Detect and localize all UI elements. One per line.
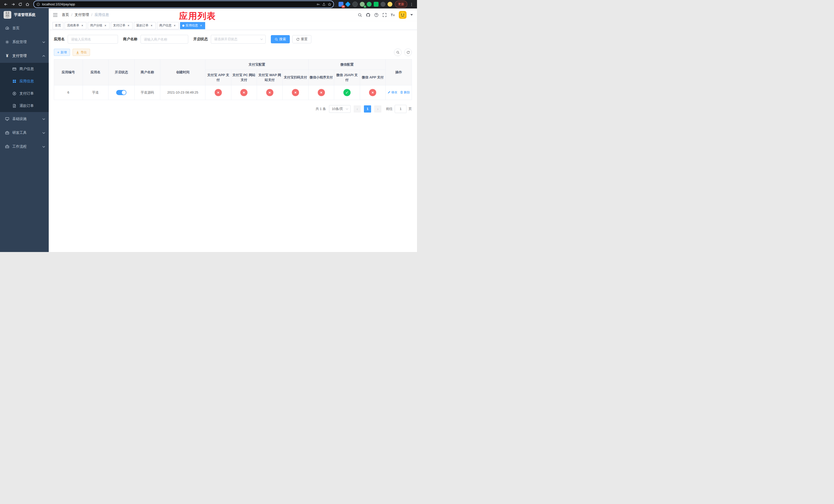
share-icon[interactable] — [322, 3, 326, 6]
page-content: 应用名 商户名称 开启状态 请选择开启状态 — [49, 30, 417, 252]
next-page-button[interactable]: › — [374, 105, 381, 113]
plus-icon: + — [57, 50, 59, 54]
toggle-search-button[interactable] — [394, 48, 402, 56]
status-flag-icon: × — [266, 89, 273, 96]
page-size-select[interactable]: 10条/页 — [329, 105, 351, 113]
grid-icon — [12, 79, 16, 83]
close-icon[interactable]: × — [104, 24, 107, 27]
tab-pay-order[interactable]: 支付订单× — [111, 22, 133, 29]
breadcrumb: 首页 / 支付管理 / 应用信息 — [62, 13, 109, 17]
cell-created: 2021-10-23 08:49:25 — [160, 85, 205, 100]
sidebar-item-home[interactable]: 首页 — [0, 21, 49, 35]
breadcrumb-separator: / — [91, 13, 92, 17]
pay-order-icon — [12, 92, 16, 96]
close-icon[interactable]: × — [173, 24, 176, 27]
github-icon[interactable] — [366, 13, 370, 17]
tags-view: 首页 流程表单× 用户分组× 支付订单× 退款订单× 商户信息× 应用信息× — [49, 21, 417, 30]
site-info-icon[interactable] — [37, 3, 40, 6]
breadcrumb-home[interactable]: 首页 — [62, 13, 69, 17]
sidebar-logo[interactable]: 芋道管理系统 — [0, 8, 49, 21]
gear-icon — [5, 40, 9, 44]
sidebar-item-label: 退款订单 — [20, 104, 34, 108]
extension-icon-7[interactable] — [380, 2, 386, 7]
status-toggle[interactable] — [116, 90, 127, 95]
sidebar: 芋道管理系统 首页 系统管理 ¥ 支付管理 — [0, 8, 49, 252]
sidebar-item-dev-tools[interactable]: 研发工具 — [0, 126, 49, 140]
close-icon[interactable]: × — [127, 24, 130, 27]
sidebar-item-system[interactable]: 系统管理 — [0, 35, 49, 49]
user-avatar[interactable] — [399, 11, 407, 19]
help-icon[interactable] — [374, 13, 378, 17]
extension-icon-6[interactable] — [374, 2, 378, 7]
search-icon[interactable] — [358, 13, 362, 17]
group-header-alipay: 支付宝配置 — [205, 60, 308, 70]
close-icon[interactable]: × — [199, 24, 203, 27]
tab-process-form[interactable]: 流程表单× — [65, 22, 86, 29]
cell-wechat-app: × — [360, 85, 386, 100]
sidebar-item-workflow[interactable]: 工作流程 — [0, 140, 49, 154]
search-button[interactable]: 搜索 — [271, 35, 290, 43]
sidebar-item-app-info[interactable]: 应用信息 — [0, 75, 49, 87]
goto-label: 前往 — [386, 107, 393, 111]
address-bar[interactable]: localhost:1024/pay/app — [33, 1, 334, 8]
tab-user-group[interactable]: 用户分组× — [88, 22, 110, 29]
download-icon — [76, 51, 79, 54]
page-root: localhost:1024/pay/app 10 1 — [0, 0, 417, 252]
browser-reload-button[interactable] — [17, 1, 24, 8]
sidebar-item-label: 工作流程 — [12, 144, 27, 149]
add-button[interactable]: + 新增 — [54, 49, 70, 56]
emoji-extension-icon[interactable] — [388, 2, 392, 7]
page-number-button[interactable]: 1 — [364, 105, 371, 113]
status-label: 开启状态 — [193, 37, 208, 42]
bookmark-star-icon[interactable] — [328, 3, 331, 6]
browser-update-button[interactable]: 更新 — [395, 1, 407, 8]
prev-page-button[interactable]: ‹ — [354, 105, 361, 113]
tab-refund-order[interactable]: 退款订单× — [134, 22, 156, 29]
col-header-alipay-app: 支付宝 APP 支付 — [205, 70, 231, 85]
goto-page-input[interactable] — [395, 105, 407, 113]
delete-link[interactable]: 删除 — [400, 90, 410, 95]
sidebar-item-infrastructure[interactable]: 基础设施 — [0, 112, 49, 126]
tab-home[interactable]: 首页 — [52, 22, 63, 29]
edit-link[interactable]: 修改 — [388, 90, 397, 95]
password-key-icon[interactable] — [316, 3, 320, 6]
browser-home-button[interactable] — [24, 1, 31, 8]
search-icon — [275, 38, 278, 41]
sidebar-item-refund-order[interactable]: 退款订单 — [0, 100, 49, 112]
extension-icon-1[interactable]: 10 — [338, 2, 344, 7]
tab-label: 流程表单 — [67, 23, 79, 28]
sidebar-item-payment[interactable]: ¥ 支付管理 — [0, 49, 49, 63]
monitor-icon — [5, 117, 9, 121]
tab-app-info[interactable]: 应用信息× — [180, 22, 205, 29]
url-text[interactable]: localhost:1024/pay/app — [42, 3, 314, 6]
caret-down-icon[interactable] — [410, 14, 413, 16]
profile-badge: 1 — [364, 5, 366, 8]
extension-icon-2[interactable] — [345, 2, 351, 7]
chevron-down-icon — [42, 146, 45, 148]
app-name-input[interactable] — [68, 35, 118, 44]
close-icon[interactable]: × — [150, 24, 153, 27]
profile-extension-icon[interactable]: 1 — [360, 2, 365, 7]
font-size-icon[interactable] — [391, 13, 395, 17]
active-dot — [182, 25, 184, 27]
sidebar-item-merchant-info[interactable]: 商户信息 — [0, 63, 49, 75]
cell-alipay-scan: × — [283, 85, 308, 100]
breadcrumb-payment[interactable]: 支付管理 — [74, 13, 89, 17]
sidebar-toggle-icon[interactable] — [53, 13, 58, 17]
browser-back-button[interactable] — [3, 1, 9, 8]
merchant-name-input[interactable] — [140, 35, 188, 44]
extension-icon-5[interactable] — [367, 2, 372, 7]
export-button[interactable]: 导出 — [72, 49, 90, 56]
status-select[interactable]: 请选择开启状态 — [211, 35, 266, 44]
browser-menu-icon[interactable]: ⋮ — [408, 2, 414, 6]
breadcrumb-current: 应用信息 — [95, 13, 109, 17]
extension-icon-3[interactable] — [352, 2, 358, 7]
reset-button[interactable]: 重置 — [292, 35, 311, 43]
refresh-table-button[interactable] — [404, 48, 412, 56]
sidebar-item-pay-order[interactable]: 支付订单 — [0, 87, 49, 100]
fullscreen-icon[interactable] — [382, 13, 387, 17]
page-size-value: 10条/页 — [332, 107, 343, 111]
browser-forward-button[interactable] — [10, 1, 16, 8]
tab-merchant-info[interactable]: 商户信息× — [157, 22, 179, 29]
close-icon[interactable]: × — [81, 24, 84, 27]
